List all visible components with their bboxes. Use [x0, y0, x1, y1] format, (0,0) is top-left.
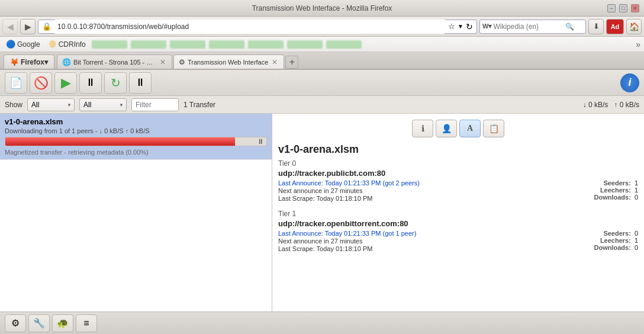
home-button[interactable]: 🏠 [626, 19, 642, 34]
back-button[interactable]: ◀ [2, 19, 18, 34]
resume-icon: ↻ [111, 76, 121, 90]
resume-button[interactable]: ↻ [104, 72, 127, 94]
minimize-button[interactable]: – [607, 4, 616, 12]
bookmark-blurred-1[interactable] [92, 40, 127, 49]
dropdown-icon[interactable]: ▼ [458, 23, 463, 30]
bookmark-blurred-4[interactable] [209, 40, 244, 49]
bookmark-blurred-5[interactable] [248, 40, 284, 49]
window-controls: – □ ✕ [607, 4, 639, 12]
tab-transmission-close[interactable]: ✕ [271, 58, 279, 66]
back-icon: ◀ [7, 22, 14, 31]
progress-container: ⏸ [5, 137, 267, 146]
start-button[interactable]: ▶ [54, 72, 77, 94]
speed-down: ↓ 0 kB/s [583, 101, 608, 109]
torrent-name: v1-0-arena.xlsm [5, 117, 267, 126]
turtle-button[interactable]: 🐢 [52, 314, 73, 332]
filter-input[interactable] [131, 98, 179, 111]
tier0-downloads-value: 0 [635, 194, 638, 201]
filter-category-wrapper: All [79, 98, 127, 111]
details-tabs: ℹ 👤 A 📋 [278, 120, 638, 137]
info-button[interactable]: i [620, 73, 639, 92]
adblock-button[interactable]: Ad [606, 19, 624, 34]
tier1-details-left: Last Announce: Today 01:21:33 PM (got 1 … [278, 230, 567, 253]
search-icon[interactable]: 🔍 [565, 23, 574, 31]
tier0-leechers-value: 1 [635, 187, 638, 194]
bookmarks-more-button[interactable]: » [636, 40, 640, 49]
details-title: v1-0-arena.xlsm [278, 143, 638, 156]
tier0-details-left: Last Announce: Today 01:21:33 PM (got 2 … [278, 179, 567, 203]
cdrinfo-label: CDRInfo [59, 40, 86, 49]
transfer-count: 1 Transfer [183, 101, 215, 109]
remove-torrent-button[interactable]: 🚫 [30, 72, 52, 94]
firefox-menu[interactable]: 🦊 Firefox▾ [4, 54, 54, 69]
details-tab-peers[interactable]: 👤 [436, 120, 457, 137]
info-icon: i [628, 76, 631, 89]
google-icon: 🔵 [6, 40, 15, 49]
cdrinfo-icon: 📀 [49, 40, 57, 48]
bookmarks-bar: 🔵 Google 📀 CDRInfo » [0, 37, 644, 52]
tier0-label: Tier 0 [278, 159, 638, 168]
wrench-icon: 🔧 [33, 317, 45, 329]
bookmark-blurred-2[interactable] [131, 40, 166, 49]
torrent-item[interactable]: v1-0-arena.xlsm Downloading from 1 of 1 … [0, 114, 272, 160]
tier0-last-scrape: Last Scrape: Today 01:18:10 PM [278, 195, 567, 202]
filter-status-select[interactable]: All [27, 98, 75, 111]
peers-tab-icon: 👤 [442, 124, 452, 133]
firefox-menu-label: Firefox▾ [21, 58, 48, 66]
search-input[interactable] [493, 23, 564, 31]
tier1-url: udp://tracker.openbittorrent.com:80 [278, 219, 638, 228]
address-input[interactable] [54, 20, 446, 34]
settings-button[interactable]: ⚙ [5, 314, 26, 332]
tab-bittorrent-close[interactable]: ✕ [159, 58, 167, 66]
details-tab-files[interactable]: 📋 [483, 120, 504, 137]
move-icon: ⏸ [135, 76, 146, 89]
tier0-next-announce: Next announce in 27 minutes [278, 187, 567, 194]
bookmark-google[interactable]: 🔵 Google [4, 38, 43, 50]
bookmark-blurred-3[interactable] [170, 40, 205, 49]
tier1-section: Tier 1 udp://tracker.openbittorrent.com:… [278, 210, 638, 253]
star-icon[interactable]: ☆ [448, 22, 455, 31]
new-tab-button[interactable]: + [285, 56, 298, 69]
google-label: Google [17, 40, 40, 49]
filter-status-wrapper: All [27, 98, 75, 111]
maximize-button[interactable]: □ [619, 4, 627, 12]
search-engine-label: W▾ [482, 23, 492, 30]
start-icon: ▶ [61, 75, 71, 91]
bookmark-blurred-7[interactable] [326, 40, 362, 49]
details-tab-info[interactable]: ℹ [412, 120, 433, 137]
tier0-leechers-label: Leechers: [600, 187, 631, 194]
tier0-seeders-value: 1 [635, 179, 638, 187]
bookmark-blurred-6[interactable] [287, 40, 323, 49]
pause-button[interactable]: ⏸ [79, 72, 102, 94]
files-tab-icon: 📋 [489, 124, 499, 133]
settings-icon: ⚙ [11, 317, 20, 329]
tier1-leechers-value: 1 [635, 237, 638, 244]
reload-icon[interactable]: ↻ [466, 22, 473, 31]
remove-icon: 🚫 [34, 76, 49, 90]
download-icon: ⬇ [593, 22, 600, 31]
torrent-list: v1-0-arena.xlsm Downloading from 1 of 1 … [0, 114, 272, 311]
tab-bittorrent[interactable]: 🌐 Bit Torrent - Strona 105 - Fo... ✕ [57, 54, 172, 69]
download-button[interactable]: ⬇ [588, 19, 604, 34]
close-button[interactable]: ✕ [631, 4, 639, 12]
tier1-last-scrape: Last Scrape: Today 01:18:10 PM [278, 245, 567, 252]
filter-bar: Show All All 1 Transfer ↓ 0 kB/s ↑ 0 kB/… [0, 96, 644, 114]
filter-category-select[interactable]: All [79, 98, 127, 111]
move-button[interactable]: ⏸ [129, 72, 152, 94]
tier1-seeders-label: Seeders: [603, 230, 630, 237]
tier1-details-right: Seeders: 0 Leechers: 1 Downloads: 0 [567, 230, 638, 251]
show-label: Show [5, 101, 22, 109]
details-tab-trackers[interactable]: A [459, 120, 481, 137]
add-torrent-button[interactable]: 📄 [5, 72, 27, 94]
forward-button[interactable]: ▶ [20, 19, 36, 34]
tier0-seeders-label: Seeders: [603, 179, 630, 187]
tier0-url: udp://tracker.publicbt.com:80 [278, 169, 638, 178]
stats-button[interactable]: ≡ [76, 314, 97, 332]
tab-transmission[interactable]: ⚙ Transmission Web Interface ✕ [173, 54, 284, 69]
security-icon: 🔒 [42, 22, 51, 31]
window-title: Transmission Web Interface - Mozilla Fir… [252, 4, 392, 12]
bookmark-cdrinfo[interactable]: 📀 CDRInfo [46, 39, 88, 50]
wrench-button[interactable]: 🔧 [28, 314, 50, 332]
torrent-meta: Magnetized transfer - retrieving metadat… [5, 149, 267, 156]
speed-info: ↓ 0 kB/s ↑ 0 kB/s [583, 101, 639, 109]
